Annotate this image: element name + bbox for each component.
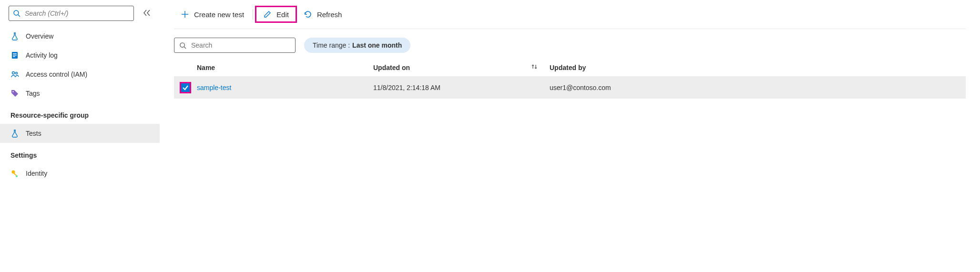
flask-icon	[10, 129, 19, 138]
svg-point-0	[14, 10, 19, 15]
edit-button[interactable]: Edit	[255, 6, 297, 23]
time-range-value: Last one month	[352, 41, 402, 49]
section-header-resource-group: Resource-specific group	[0, 103, 160, 124]
table-search[interactable]	[174, 38, 296, 53]
svg-point-2	[16, 38, 17, 39]
svg-point-7	[12, 72, 15, 74]
check-icon	[182, 84, 189, 91]
sidebar-item-label: Tags	[26, 90, 40, 97]
sidebar-item-access-control[interactable]: Access control (IAM)	[0, 65, 160, 84]
log-icon	[10, 51, 19, 60]
pencil-icon	[263, 10, 272, 19]
toolbar: Create new test Edit Refresh	[174, 6, 966, 29]
plus-icon	[181, 10, 189, 19]
sidebar-item-label: Tests	[26, 130, 41, 137]
sidebar-item-tags[interactable]: Tags	[0, 84, 160, 103]
collapse-sidebar-icon[interactable]	[143, 9, 151, 19]
sidebar-item-identity[interactable]: Identity	[0, 164, 160, 183]
tag-icon	[10, 89, 19, 98]
refresh-button[interactable]: Refresh	[297, 6, 349, 23]
svg-point-12	[16, 175, 18, 177]
search-icon	[179, 42, 186, 49]
create-new-test-button[interactable]: Create new test	[174, 6, 251, 23]
sidebar-item-label: Overview	[26, 32, 53, 40]
filter-row: Time range : Last one month	[174, 29, 966, 59]
svg-point-9	[12, 91, 14, 92]
column-header-label: Updated on	[373, 64, 410, 71]
column-header-updated-by[interactable]: Updated by	[550, 64, 966, 71]
sidebar: Overview Activity log Access control (IA…	[0, 0, 160, 189]
svg-line-1	[18, 15, 20, 17]
table-header: Name Updated on Updated by	[174, 59, 966, 77]
section-header-settings: Settings	[0, 143, 160, 164]
svg-rect-6	[13, 56, 15, 57]
svg-rect-4	[13, 53, 17, 54]
row-checkbox[interactable]	[180, 82, 191, 93]
main-content: Create new test Edit Refresh Time range …	[160, 0, 980, 189]
column-header-name[interactable]: Name	[197, 64, 373, 71]
column-header-updated-on[interactable]: Updated on	[373, 63, 550, 72]
sidebar-item-label: Identity	[26, 170, 47, 177]
toolbar-separator	[253, 9, 253, 20]
svg-point-15	[180, 42, 184, 47]
people-icon	[10, 70, 19, 79]
svg-line-16	[184, 47, 186, 49]
sort-icon[interactable]	[531, 63, 538, 72]
button-label: Refresh	[317, 10, 342, 19]
refresh-icon	[304, 10, 312, 19]
sidebar-search-input[interactable]	[24, 9, 130, 18]
key-icon	[10, 169, 19, 178]
test-name-link[interactable]: sample-test	[197, 84, 231, 91]
sidebar-item-tests[interactable]: Tests	[0, 124, 160, 143]
cell-updated-by: user1@contoso.com	[550, 84, 611, 91]
table-search-input[interactable]	[190, 41, 290, 50]
svg-point-8	[16, 72, 18, 74]
sidebar-item-label: Access control (IAM)	[26, 71, 87, 78]
search-icon	[13, 10, 20, 17]
sidebar-item-overview[interactable]: Overview	[0, 27, 160, 46]
flask-icon	[10, 32, 19, 40]
button-label: Edit	[276, 10, 289, 19]
svg-rect-5	[13, 55, 17, 55]
time-range-filter[interactable]: Time range : Last one month	[304, 38, 410, 53]
sidebar-item-label: Activity log	[26, 51, 58, 59]
table-row[interactable]: sample-test 11/8/2021, 2:14:18 AM user1@…	[174, 77, 966, 99]
sidebar-search[interactable]	[9, 6, 134, 21]
time-range-label: Time range :	[313, 41, 350, 49]
cell-updated-on: 11/8/2021, 2:14:18 AM	[373, 84, 440, 91]
sidebar-item-activity-log[interactable]: Activity log	[0, 46, 160, 65]
button-label: Create new test	[194, 10, 244, 19]
